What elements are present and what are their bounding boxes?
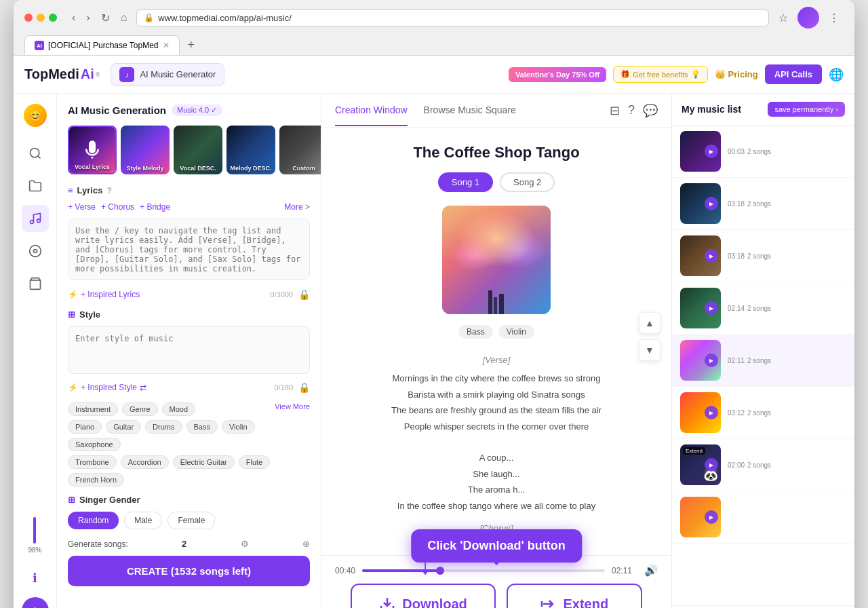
tag-piano[interactable]: Piano	[68, 420, 102, 434]
tabs-bar: Creation Window Browse Music Square ⊟ ? …	[321, 94, 671, 128]
sidebar-folder[interactable]	[22, 172, 49, 200]
tag-mood[interactable]: Mood	[162, 402, 196, 416]
music-item-4[interactable]: ▶ 02:14 2 songs	[672, 282, 854, 335]
song-artwork	[442, 206, 551, 314]
lyric-line-3: The beans are freshly ground as the stea…	[338, 402, 655, 418]
style-style-melody[interactable]: Style Melody	[121, 126, 170, 174]
extend-button[interactable]: Extend	[507, 584, 642, 608]
left-panel: AI Music Generation Music 4.0 ✓ Vocal Ly…	[57, 94, 321, 608]
inspired-style-button[interactable]: ⚡ + Inspired Style ⇄	[68, 383, 146, 392]
free-benefits-badge[interactable]: 🎁 Get free benefits 💡	[613, 66, 707, 83]
create-button[interactable]: CREATE (1532 songs left)	[68, 556, 310, 586]
tab-icon-chat[interactable]: 💬	[643, 103, 658, 118]
style-custom[interactable]: Custom	[279, 126, 321, 174]
style-lock-button[interactable]: 🔒	[298, 382, 310, 393]
style-melody-desc[interactable]: Melody DESC.	[226, 126, 275, 174]
sidebar-info[interactable]: ℹ	[22, 565, 49, 592]
generate-row: Generate songs: 2 ⚙ ⊕	[68, 539, 310, 549]
style-vocal-desc[interactable]: Vocal DESC.	[174, 126, 222, 174]
active-tab[interactable]: AI [OOFICIAL] Purchase TopMed ✕	[24, 35, 180, 55]
play-overlay-8: ▶	[705, 510, 718, 524]
volume-icon[interactable]: 🔊	[644, 564, 658, 577]
singer-random-button[interactable]: Random	[68, 512, 119, 529]
music-item-6[interactable]: ▶ 03:12 2 songs	[672, 387, 854, 439]
view-more-link[interactable]: View More	[275, 402, 310, 416]
tag-flute[interactable]: Flute	[239, 455, 270, 469]
tag-violin[interactable]: Violin	[222, 420, 255, 434]
sidebar-store[interactable]	[22, 270, 49, 297]
progress-track[interactable]	[362, 569, 605, 572]
singer-male-button[interactable]: Male	[124, 512, 162, 529]
tab-icon-list[interactable]: ⊟	[610, 103, 620, 118]
bridge-button[interactable]: + Bridge	[140, 202, 170, 212]
verse-button[interactable]: + Verse	[68, 202, 96, 212]
style-textarea[interactable]	[68, 326, 310, 374]
sidebar-music[interactable]	[22, 205, 49, 232]
address-bar[interactable]: 🔒 www.topmediai.com/app/ai-music/	[136, 10, 769, 26]
style-vocal-lyrics[interactable]: Vocal Lyrics	[68, 126, 117, 174]
api-calls-button[interactable]: API Calls	[765, 64, 822, 84]
sidebar-explore[interactable]	[22, 238, 49, 265]
save-permanently-button[interactable]: save permanently ›	[768, 102, 845, 117]
refresh-button[interactable]: ↻	[97, 10, 114, 26]
tag-guitar[interactable]: Guitar	[106, 420, 141, 434]
sidebar-search[interactable]	[22, 140, 49, 167]
music-duration-1: 00:03	[728, 148, 745, 155]
back-button[interactable]: ‹	[68, 10, 79, 26]
more-button[interactable]: More >	[284, 202, 310, 212]
globe-button[interactable]: 🌐	[829, 67, 844, 82]
sidebar-user[interactable]: 😊	[22, 102, 49, 129]
tag-genre[interactable]: Genre	[122, 402, 158, 416]
music-item-8[interactable]: ▶	[672, 491, 854, 544]
forward-button[interactable]: ›	[82, 10, 94, 26]
minimize-button[interactable]	[37, 14, 45, 22]
settings-button[interactable]: ⚙	[241, 539, 249, 549]
svg-point-2	[30, 221, 33, 224]
tab-icon-help[interactable]: ?	[628, 103, 635, 118]
song2-button[interactable]: Song 2	[500, 172, 555, 192]
tag-trombone[interactable]: Trombone	[68, 455, 117, 469]
tab-creation-window[interactable]: Creation Window	[335, 95, 408, 126]
browser-menu-button[interactable]: ⋮	[825, 10, 844, 26]
scroll-up-button[interactable]: ▲	[639, 312, 660, 334]
music-thumb-8: ▶	[680, 497, 721, 537]
music-item-1[interactable]: ▶ 00:03 2 songs	[672, 126, 854, 178]
chorus-button[interactable]: + Chorus	[101, 202, 134, 212]
tag-accordion[interactable]: Accordion	[121, 455, 169, 469]
tab-close-button[interactable]: ✕	[163, 41, 170, 50]
tag-instrument[interactable]: Instrument	[68, 402, 118, 416]
music-item-7[interactable]: Extend 🐼 ▶ 02:00 2 songs	[672, 439, 854, 491]
inspired-lyrics-button[interactable]: ⚡ + Inspired Lyrics	[68, 290, 140, 299]
music-item-2[interactable]: ▶ 03:18 2 songs	[672, 178, 854, 230]
scroll-down-button[interactable]: ▼	[639, 339, 660, 361]
singer-female-button[interactable]: Female	[167, 512, 215, 529]
maximize-button[interactable]	[49, 14, 57, 22]
music-duration-4: 02:14	[728, 305, 745, 312]
close-button[interactable]	[24, 14, 33, 22]
url-text: www.topmediai.com/app/ai-music/	[158, 13, 292, 23]
download-button[interactable]: Download	[351, 584, 496, 608]
style-thumbnails: Vocal Lyrics Style Melody Vocal DESC. Me…	[68, 126, 310, 174]
tag-electric-guitar[interactable]: Electric Guitar	[173, 455, 235, 469]
music-duration-6: 03:12	[728, 409, 745, 417]
lyrics-textarea[interactable]	[68, 218, 310, 280]
tag-french-horn[interactable]: French Horn	[68, 473, 124, 487]
lyrics-help-icon[interactable]: ?	[106, 186, 111, 195]
music-item-3[interactable]: ▶ 03:18 2 songs	[672, 230, 854, 282]
new-tab-button[interactable]: +	[182, 38, 201, 52]
bookmark-button[interactable]: ☆	[774, 10, 792, 26]
version-badge[interactable]: Music 4.0 ✓	[172, 104, 222, 116]
expand-button[interactable]: ⊕	[302, 539, 310, 549]
pricing-badge[interactable]: 👑 Pricing	[715, 69, 758, 79]
home-button[interactable]: ⌂	[117, 10, 132, 26]
sidebar-plus[interactable]: +	[22, 597, 49, 608]
valentine-badge[interactable]: Valentine's Day 75% Off	[509, 67, 606, 82]
tab-browse-music[interactable]: Browse Music Square	[424, 95, 516, 126]
music-item-5[interactable]: ▶ 02:11 2 songs	[672, 335, 854, 387]
tag-bass[interactable]: Bass	[186, 420, 218, 434]
song-title: The Coffee Shop Tango	[338, 144, 655, 162]
song1-button[interactable]: Song 1	[438, 172, 493, 192]
tag-drums[interactable]: Drums	[145, 420, 182, 434]
lyrics-lock-button[interactable]: 🔒	[298, 289, 310, 300]
tag-saxophone[interactable]: Saxophone	[68, 438, 121, 451]
